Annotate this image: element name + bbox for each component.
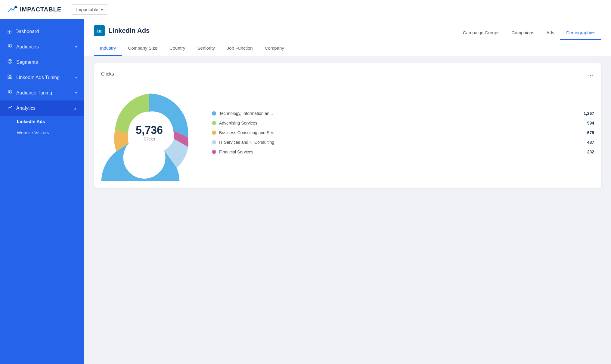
sidebar-item-audience-tuning[interactable]: Audience Tuning ▾ — [0, 85, 84, 100]
legend-item-0: Technology, Information an... 1,267 — [212, 111, 594, 116]
sub-label-website-visitors: Website Visitors — [17, 130, 49, 135]
legend-dot-4 — [212, 150, 216, 154]
donut-center: 5,736 Clicks — [136, 124, 163, 141]
audience-tuning-icon — [7, 89, 13, 96]
svg-point-2 — [11, 45, 11, 45]
linkedin-ads-nav: Campaign Groups Campaigns Ads Demographi… — [457, 26, 601, 40]
svg-rect-8 — [11, 75, 12, 76]
account-selector[interactable]: Impactable ▾ — [71, 4, 108, 15]
audiences-icon — [7, 43, 13, 50]
sidebar-item-linkedin-ads-tuning[interactable]: LinkedIn Ads Tuning ▾ — [0, 70, 84, 85]
logo-icon — [7, 4, 18, 15]
tab-seniority[interactable]: Seniority — [191, 41, 221, 56]
sidebar-label-audiences: Audiences — [16, 44, 39, 50]
legend-label-3: IT Services and IT Consulting — [219, 140, 584, 145]
legend-value-2: 679 — [587, 130, 594, 135]
svg-marker-0 — [14, 5, 17, 8]
nav-campaigns[interactable]: Campaigns — [506, 26, 541, 40]
demographics-tabs: Industry Company Size Country Seniority … — [84, 41, 611, 56]
tab-job-function[interactable]: Job Function — [221, 41, 259, 56]
legend-dot-1 — [212, 121, 216, 125]
svg-point-1 — [9, 44, 10, 46]
sidebar-sub-item-website-visitors[interactable]: Website Visitors — [17, 127, 84, 138]
chart-title: Clicks — [101, 71, 114, 77]
svg-rect-10 — [11, 77, 12, 79]
account-name: Impactable — [76, 7, 98, 12]
logo-text: IMPACTABLE — [20, 6, 61, 13]
sub-label-linkedin-ads: LinkedIn Ads — [17, 119, 45, 124]
svg-point-4 — [9, 60, 11, 62]
donut-seg-biz — [114, 130, 129, 151]
sidebar-item-audiences[interactable]: Audiences ▾ — [0, 39, 84, 54]
legend-value-0: 1,267 — [584, 111, 594, 116]
sidebar-label-analytics: Analytics — [16, 106, 36, 111]
legend-label-4: Financial Services — [219, 150, 584, 154]
donut-total-label: Clicks — [136, 137, 163, 141]
dashboard-icon: ⊞ — [7, 28, 12, 35]
linkedin-ads-title-row: in LinkedIn Ads — [94, 25, 150, 36]
svg-rect-7 — [8, 75, 9, 76]
chart-card: Clicks ... — [94, 63, 601, 188]
tab-industry[interactable]: Industry — [94, 41, 122, 56]
legend-label-2: Business Consulting and Ser... — [219, 130, 584, 135]
tab-company-size[interactable]: Company Size — [122, 41, 163, 56]
legend-item-3: IT Services and IT Consulting 487 — [212, 140, 594, 145]
topbar: IMPACTABLE Impactable ▾ — [0, 0, 611, 19]
nav-ads[interactable]: Ads — [540, 26, 560, 40]
sidebar-item-dashboard[interactable]: ⊞ Dashboard — [0, 24, 84, 39]
sidebar-sub-analytics: LinkedIn Ads Website Visitors — [0, 116, 84, 138]
legend-item-4: Financial Services 232 — [212, 150, 594, 154]
legend-value-3: 487 — [587, 140, 594, 145]
account-chevron-icon: ▾ — [101, 7, 103, 12]
sidebar-label-linkedin-ads-tuning: LinkedIn Ads Tuning — [16, 75, 60, 80]
nav-demographics[interactable]: Demographics — [560, 26, 601, 40]
segments-icon — [7, 59, 13, 66]
legend-label-1: Advertising Services — [219, 121, 584, 125]
donut-chart: 5,736 Clicks — [101, 85, 197, 181]
legend-dot-0 — [212, 111, 216, 116]
linkedin-ads-tuning-chevron-icon: ▾ — [75, 76, 77, 80]
sidebar-item-segments[interactable]: Segments — [0, 54, 84, 70]
linkedin-logo: in — [94, 25, 105, 36]
legend-value-1: 994 — [587, 121, 594, 125]
sidebar-label-audience-tuning: Audience Tuning — [16, 90, 52, 96]
svg-point-12 — [11, 91, 11, 91]
tab-country[interactable]: Country — [163, 41, 191, 56]
nav-campaign-groups[interactable]: Campaign Groups — [457, 26, 506, 40]
logo: IMPACTABLE — [7, 4, 61, 15]
donut-total-value: 5,736 — [136, 124, 163, 137]
analytics-chevron-icon: ▲ — [73, 106, 77, 110]
chart-body: 5,736 Clicks Technology, Information an.… — [101, 85, 594, 181]
chart-legend: Technology, Information an... 1,267 Adve… — [212, 111, 594, 154]
audiences-chevron-icon: ▾ — [75, 45, 77, 49]
sidebar-label-dashboard: Dashboard — [15, 29, 39, 34]
legend-item-1: Advertising Services 994 — [212, 121, 594, 125]
layout: ⊞ Dashboard Audiences ▾ — [0, 19, 611, 364]
linkedin-ads-header: in LinkedIn Ads Campaign Groups Campaign… — [84, 19, 611, 41]
sidebar: ⊞ Dashboard Audiences ▾ — [0, 19, 84, 364]
audience-tuning-chevron-icon: ▾ — [75, 91, 77, 95]
legend-dot-3 — [212, 140, 216, 144]
content-area: Clicks ... — [84, 56, 611, 195]
linkedin-ads-tuning-icon — [7, 74, 13, 81]
legend-item-2: Business Consulting and Ser... 679 — [212, 130, 594, 135]
sidebar-label-segments: Segments — [16, 60, 38, 65]
legend-value-4: 232 — [587, 150, 594, 154]
sidebar-item-analytics[interactable]: Analytics ▲ — [0, 100, 84, 116]
tab-company[interactable]: Company — [259, 41, 290, 56]
main-content: in LinkedIn Ads Campaign Groups Campaign… — [84, 19, 611, 364]
chart-menu-button[interactable]: ... — [587, 70, 594, 77]
legend-label-0: Technology, Information an... — [219, 111, 581, 116]
sidebar-sub-item-linkedin-ads[interactable]: LinkedIn Ads — [17, 116, 84, 127]
legend-dot-2 — [212, 131, 216, 135]
svg-point-11 — [9, 90, 10, 92]
svg-rect-9 — [8, 77, 9, 79]
linkedin-ads-title: LinkedIn Ads — [108, 27, 150, 35]
chart-header: Clicks ... — [101, 70, 594, 77]
analytics-icon — [7, 105, 13, 112]
